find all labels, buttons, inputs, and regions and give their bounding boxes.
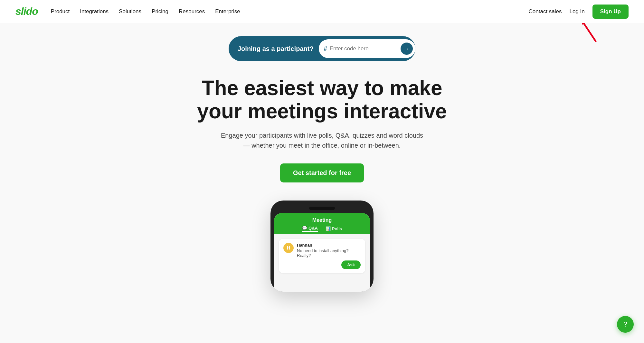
code-input[interactable] — [330, 45, 398, 52]
participant-bar: Joining as a participant? # → — [229, 36, 415, 61]
cta-button[interactable]: Get started for free — [280, 163, 364, 182]
phone-meeting-label: Meeting — [274, 217, 370, 223]
qa-label: Q&A — [308, 226, 318, 230]
nav-product[interactable]: Product — [51, 8, 70, 15]
help-icon: ? — [623, 320, 627, 328]
polls-icon: 📊 — [326, 226, 331, 231]
phone-body: H Hannah No need to install anything? Re… — [274, 234, 370, 292]
hero-subtitle: Engage your participants with live polls… — [219, 131, 425, 151]
nav-enterprise[interactable]: Enterprise — [215, 8, 240, 15]
nav-pricing[interactable]: Pricing — [152, 8, 168, 15]
hash-icon: # — [324, 45, 327, 52]
main-content: Joining as a participant? # → The easies… — [0, 23, 644, 292]
contact-sales-link[interactable]: Contact sales — [529, 8, 562, 15]
logo[interactable]: slido — [15, 5, 38, 17]
qa-icon: 💬 — [302, 226, 307, 230]
polls-label: Polls — [332, 226, 342, 231]
nav-integrations[interactable]: Integrations — [80, 8, 109, 15]
nav-right: Contact sales Log In Sign Up — [529, 5, 629, 19]
phone-tabs: 💬 Q&A 📊 Polls — [274, 223, 370, 234]
chat-message: No need to install anything? Really? — [297, 248, 361, 258]
nav-links: Product Integrations Solutions Pricing R… — [51, 8, 529, 15]
hero-title: The easiest way to make your meetings in… — [184, 77, 460, 123]
phone-mockup: Meeting 💬 Q&A 📊 Polls H — [270, 201, 374, 292]
participant-text: Joining as a participant? — [238, 45, 314, 53]
nav-resources[interactable]: Resources — [179, 8, 205, 15]
avatar: H — [283, 243, 294, 253]
chat-bubble: H Hannah No need to install anything? Re… — [279, 239, 365, 273]
chat-name: Hannah — [297, 243, 361, 248]
phone-notch — [274, 205, 370, 211]
phone-notch-inner — [309, 207, 335, 210]
phone-screen: Meeting 💬 Q&A 📊 Polls H — [274, 213, 370, 292]
code-input-wrap: # → — [319, 39, 415, 58]
code-submit-button[interactable]: → — [401, 43, 413, 55]
phone-outer: Meeting 💬 Q&A 📊 Polls H — [270, 201, 374, 292]
phone-tab-qa: 💬 Q&A — [302, 226, 318, 232]
chat-content: Hannah No need to install anything? Real… — [297, 243, 361, 269]
signup-button[interactable]: Sign Up — [592, 5, 629, 19]
phone-tab-polls: 📊 Polls — [326, 226, 342, 232]
nav-solutions[interactable]: Solutions — [119, 8, 141, 15]
login-link[interactable]: Log In — [570, 8, 585, 15]
phone-header: Meeting 💬 Q&A 📊 Polls — [274, 213, 370, 234]
ask-button[interactable]: Ask — [341, 260, 361, 269]
help-button[interactable]: ? — [617, 316, 634, 333]
navbar: slido Product Integrations Solutions Pri… — [0, 0, 644, 23]
